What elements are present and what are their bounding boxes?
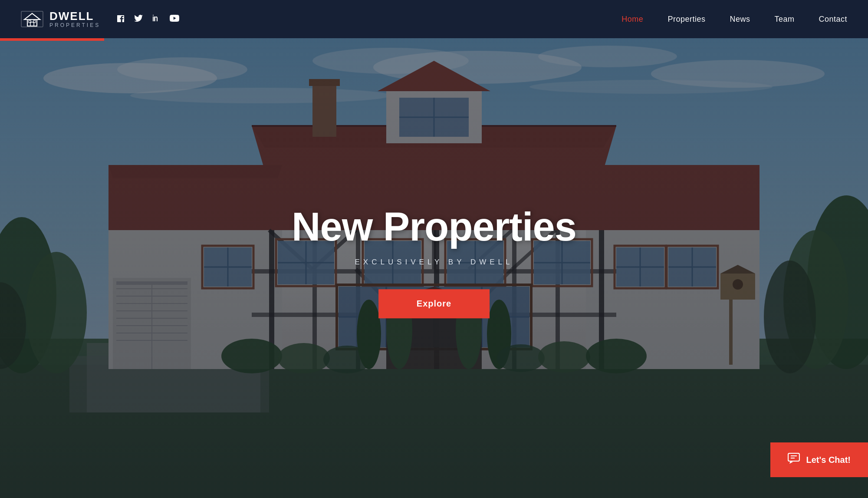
- logo-text: DWELL PROPERTIES: [49, 10, 100, 28]
- logo-properties: PROPERTIES: [49, 23, 100, 28]
- logo-dwell: DWELL: [49, 10, 100, 22]
- chat-label: Let's Chat!: [806, 455, 851, 465]
- chat-icon: [788, 453, 800, 467]
- house-icon: [21, 11, 43, 27]
- hero-content: New Properties EXCLUSIVELY BY DWELL Expl…: [292, 206, 576, 319]
- hero-subtitle: EXCLUSIVELY BY DWELL: [292, 258, 576, 267]
- red-bar: [0, 38, 104, 41]
- explore-button[interactable]: Explore: [378, 289, 490, 318]
- nav-team[interactable]: Team: [774, 15, 794, 24]
- linkedin-icon[interactable]: [152, 14, 160, 24]
- nav-contact[interactable]: Contact: [819, 15, 847, 24]
- social-icons: [117, 14, 179, 24]
- chat-button[interactable]: Let's Chat!: [770, 442, 868, 477]
- logo-area: DWELL PROPERTIES: [21, 10, 100, 28]
- nav-links: Home Properties News Team Contact: [621, 15, 847, 24]
- navbar: DWELL PROPERTIES Home Properties: [0, 0, 868, 38]
- navbar-left: DWELL PROPERTIES: [21, 10, 179, 28]
- svg-marker-114: [24, 13, 40, 20]
- svg-rect-119: [788, 453, 799, 461]
- youtube-icon[interactable]: [170, 15, 179, 24]
- nav-news[interactable]: News: [730, 15, 750, 24]
- hero-title: New Properties: [292, 206, 576, 248]
- twitter-icon[interactable]: [134, 15, 143, 24]
- facebook-icon[interactable]: [117, 14, 125, 24]
- nav-home[interactable]: Home: [621, 15, 643, 24]
- nav-properties[interactable]: Properties: [667, 15, 705, 24]
